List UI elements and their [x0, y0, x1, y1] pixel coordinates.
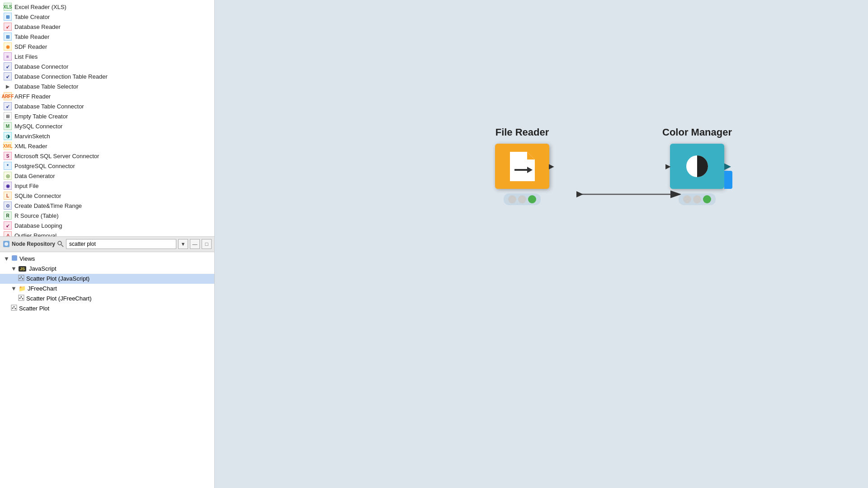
search-icon: [57, 240, 64, 248]
node-item-table-reader[interactable]: ⊞Table Reader: [0, 32, 214, 42]
node-item-database-connector[interactable]: ↙Database Connector: [0, 61, 214, 71]
node-item-table-creator[interactable]: ⊞Table Creator: [0, 12, 214, 22]
conn-icon: ↙: [4, 72, 12, 80]
node-label-sdf-reader: SDF Reader: [14, 43, 47, 50]
node-label-arff-reader: ARFF Reader: [14, 93, 51, 100]
node-item-sdf-reader[interactable]: ◉SDF Reader: [0, 42, 214, 52]
node-item-list-files[interactable]: ≡List Files: [0, 52, 214, 61]
tree-item-views-root[interactable]: ▼Views: [0, 254, 214, 264]
date-icon: ⊙: [4, 202, 12, 210]
file-reader-node[interactable]: File Reader ▶: [495, 127, 549, 205]
input-icon: ◉: [4, 182, 12, 190]
minimize-button[interactable]: —: [190, 239, 200, 249]
svg-marker-21: [527, 152, 535, 160]
node-item-mssql-connector[interactable]: SMicrosoft SQL Server Connector: [0, 151, 214, 161]
node-label-database-connection-table-reader: Database Connection Table Reader: [14, 73, 108, 80]
conn-icon: ↙: [4, 62, 12, 70]
node-label-database-connector: Database Connector: [14, 63, 68, 70]
node-item-data-generator[interactable]: ◎Data Generator: [0, 171, 214, 181]
filter-button[interactable]: ▼: [178, 239, 188, 249]
empty-icon: ⊞: [4, 112, 12, 120]
folder-chevron-icon: ▼: [11, 265, 17, 272]
color-manager-icon: [685, 152, 710, 181]
node-item-database-looping[interactable]: ↙Database Looping: [0, 221, 214, 230]
node-item-create-datetime-range[interactable]: ⊙Create Date&Time Range: [0, 201, 214, 211]
node-item-database-table-connector[interactable]: ↙Database Table Connector: [0, 101, 214, 111]
tree-item-jfreechart-folder[interactable]: ▼📁JFreeChart: [0, 284, 214, 294]
svg-line-3: [61, 245, 64, 247]
node-item-empty-table-creator[interactable]: ⊞Empty Table Creator: [0, 111, 214, 121]
svg-point-2: [58, 241, 61, 245]
node-item-xml-reader[interactable]: XMLXML Reader: [0, 141, 214, 151]
node-item-input-file[interactable]: ◉Input File: [0, 181, 214, 191]
file-reader-label: File Reader: [495, 127, 549, 138]
marvin-icon: ◑: [4, 132, 12, 140]
tree-label-views-root: Views: [19, 255, 35, 262]
outlier-icon: ⚠: [4, 231, 12, 237]
conn-icon: ↙: [4, 102, 12, 110]
status-dot-2: [518, 195, 526, 203]
scatter-node-icon: [11, 305, 17, 312]
svg-point-1: [5, 242, 8, 246]
node-label-database-table-connector: Database Table Connector: [14, 103, 84, 110]
tree-item-javascript-folder[interactable]: ▼JSJavaScript: [0, 264, 214, 274]
node-label-excel-reader: Excel Reader (XLS): [14, 4, 66, 10]
repo-icon: [3, 240, 10, 248]
svg-point-7: [21, 277, 22, 278]
svg-point-10: [19, 298, 21, 299]
tree-item-scatter-plot-jfree[interactable]: Scatter Plot (JFreeChart): [0, 294, 214, 304]
search-bar: Node Repository ▼ — □: [0, 237, 214, 252]
tree-label-scatter-plot-js: Scatter Plot (JavaScript): [26, 275, 90, 282]
svg-rect-5: [19, 275, 24, 281]
node-label-marvin-sketch: MarvinSketch: [14, 133, 50, 140]
node-item-sqlite-connector[interactable]: LSQLite Connector: [0, 191, 214, 201]
node-label-table-reader: Table Reader: [14, 33, 49, 40]
blue-tab: [724, 171, 732, 189]
node-label-mssql-connector: Microsoft SQL Server Connector: [14, 153, 99, 160]
table-icon: ⊞: [4, 13, 12, 21]
scatter-node-icon: [18, 275, 24, 282]
svg-rect-13: [11, 305, 17, 310]
status-dot-5: [693, 195, 701, 203]
node-item-outlier-removal[interactable]: ⚠Outlier Removal: [0, 230, 214, 237]
svg-point-15: [14, 306, 15, 308]
node-label-r-source-table: R Source (Table): [14, 212, 59, 219]
node-item-database-table-selector[interactable]: ▶Database Table Selector: [0, 81, 214, 91]
node-item-marvin-sketch[interactable]: ◑MarvinSketch: [0, 131, 214, 141]
status-dot-1: [508, 195, 516, 203]
node-label-create-datetime-range: Create Date&Time Range: [14, 202, 82, 209]
tree-item-scatter-plot-js[interactable]: Scatter Plot (JavaScript): [0, 274, 214, 284]
node-label-table-creator: Table Creator: [14, 14, 50, 20]
folder-chevron-icon: ▼: [11, 285, 17, 292]
pg-icon: *: [4, 162, 12, 170]
node-item-database-connection-table-reader[interactable]: ↙Database Connection Table Reader: [0, 71, 214, 81]
db-icon: ↙: [4, 23, 12, 31]
node-item-postgresql-connector[interactable]: *PostgreSQL Connector: [0, 161, 214, 171]
status-dot-3: [528, 195, 536, 203]
node-item-arff-reader[interactable]: ARFFARFF Reader: [0, 91, 214, 101]
search-input[interactable]: [66, 239, 176, 249]
color-manager-box[interactable]: ▶ ▶: [670, 144, 724, 189]
node-label-database-reader: Database Reader: [14, 23, 61, 30]
tree-item-scatter-plot[interactable]: Scatter Plot: [0, 304, 214, 314]
node-item-excel-reader[interactable]: XLSExcel Reader (XLS): [0, 2, 214, 12]
arrow-icon: ▶: [4, 82, 12, 90]
mssql-icon: S: [4, 152, 12, 160]
svg-point-12: [22, 298, 24, 300]
node-label-outlier-removal: Outlier Removal: [14, 232, 57, 237]
folder-icon: 📁: [19, 285, 26, 292]
svg-point-14: [12, 308, 14, 309]
node-item-database-reader[interactable]: ↙Database Reader: [0, 22, 214, 32]
node-item-r-source-table[interactable]: RR Source (Table): [0, 211, 214, 221]
svg-point-8: [22, 278, 24, 280]
file-reader-box[interactable]: ▶: [495, 144, 549, 189]
svg-point-16: [15, 308, 16, 310]
repo-label-text: Node Repository: [12, 241, 55, 247]
maximize-button[interactable]: □: [202, 239, 212, 249]
tree-label-scatter-plot-jfree: Scatter Plot (JFreeChart): [26, 295, 92, 302]
node-label-database-looping: Database Looping: [14, 222, 62, 229]
color-manager-node[interactable]: Color Manager ▶ ▶: [662, 127, 732, 205]
node-label-mysql-connector: MySQL Connector: [14, 123, 62, 130]
node-item-mysql-connector[interactable]: MMySQL Connector: [0, 121, 214, 131]
node-list[interactable]: XLSExcel Reader (XLS)⊞Table Creator↙Data…: [0, 0, 214, 237]
